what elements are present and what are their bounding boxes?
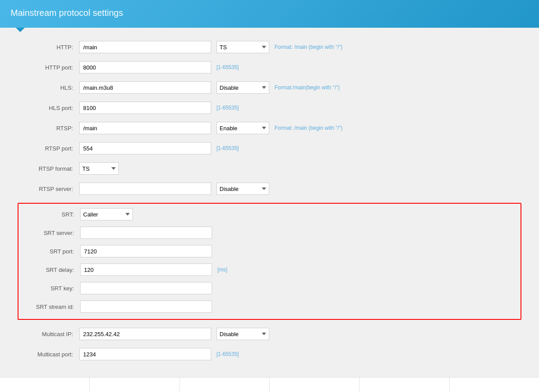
rtsp-port-label: RTSP port: bbox=[18, 145, 79, 152]
hls-port-input[interactable] bbox=[79, 102, 211, 114]
http-port-hint: [1-65535] bbox=[216, 64, 239, 70]
srt-server-row: SRT server: bbox=[18, 227, 521, 239]
http-input[interactable] bbox=[79, 41, 211, 53]
rtsp-status-select[interactable]: Enable Disable bbox=[216, 122, 269, 134]
srt-delay-label: SRT delay: bbox=[18, 267, 80, 273]
main-content: HTTP: TS PS ES H264 Format: /main (begin… bbox=[0, 28, 539, 377]
srt-key-row: SRT key: bbox=[18, 282, 521, 294]
hls-port-hint: [1-65535] bbox=[216, 105, 239, 111]
srt-mode-select[interactable]: Caller Listener bbox=[80, 208, 133, 220]
nav-system[interactable]: System bbox=[450, 377, 539, 392]
page-wrapper: Mainstream protocol settings HTTP: TS PS… bbox=[0, 0, 539, 392]
rtsp-port-row: RTSP port: [1-65535] bbox=[18, 142, 521, 154]
http-hint: Format: /main (begin with "/") bbox=[275, 44, 343, 50]
srt-server-label: SRT server: bbox=[18, 230, 80, 236]
srt-delay-input[interactable] bbox=[80, 264, 212, 276]
hls-format-select[interactable]: Disable Enable bbox=[216, 81, 269, 94]
srt-port-label: SRT port: bbox=[18, 248, 80, 255]
srt-port-input[interactable] bbox=[80, 245, 212, 257]
multicast-ip-input[interactable] bbox=[79, 328, 211, 340]
http-label: HTTP: bbox=[18, 44, 79, 51]
multicast-port-input[interactable] bbox=[79, 348, 211, 360]
rtsp-server-row: RTSP server: Disable Enable bbox=[18, 183, 521, 195]
hls-port-label: HLS port: bbox=[18, 105, 79, 111]
multicast-ip-row: Multicast IP: Disable Enable bbox=[18, 328, 521, 340]
nav-status[interactable]: Status bbox=[0, 377, 90, 392]
nav-second-stream[interactable]: Second stream bbox=[270, 377, 359, 392]
http-row: HTTP: TS PS ES H264 Format: /main (begin… bbox=[18, 41, 521, 53]
srt-row: SRT: Caller Listener bbox=[18, 208, 521, 220]
hls-hint: Format:/main(begin with "/") bbox=[275, 84, 340, 91]
srt-key-input[interactable] bbox=[80, 282, 212, 294]
rtsp-format-label: RTSP format: bbox=[18, 165, 79, 172]
rtsp-server-input[interactable] bbox=[79, 183, 211, 195]
bottom-nav: Status Network Main stream Second stream… bbox=[0, 377, 539, 392]
header-triangle bbox=[16, 28, 25, 32]
srt-port-row: SRT port: bbox=[18, 245, 521, 257]
http-port-input[interactable] bbox=[79, 61, 211, 73]
srt-delay-row: SRT delay: [ms] bbox=[18, 264, 521, 276]
srt-section: SRT: Caller Listener SRT server: SRT por… bbox=[18, 203, 521, 320]
nav-main-stream[interactable]: Main stream bbox=[180, 377, 270, 392]
srt-stream-id-input[interactable] bbox=[80, 300, 212, 313]
scroll-area: HTTP: TS PS ES H264 Format: /main (begin… bbox=[0, 28, 539, 377]
rtsp-server-select[interactable]: Disable Enable bbox=[216, 183, 269, 195]
rtsp-server-label: RTSP server: bbox=[18, 186, 79, 192]
rtsp-input[interactable] bbox=[79, 122, 211, 134]
multicast-port-row: Multicast port: [1-65535] bbox=[18, 348, 521, 360]
multicast-ip-label: Multicast IP: bbox=[18, 331, 79, 337]
multicast-port-hint: [1-65535] bbox=[216, 351, 239, 357]
rtsp-format-row: RTSP format: TS PS bbox=[18, 162, 521, 175]
header: Mainstream protocol settings bbox=[0, 0, 539, 28]
srt-stream-id-label: SRT stream id: bbox=[18, 304, 80, 310]
multicast-port-label: Multicast port: bbox=[18, 351, 79, 358]
hls-port-row: HLS port: [1-65535] bbox=[18, 102, 521, 114]
hls-label: HLS: bbox=[18, 84, 79, 91]
srt-label: SRT: bbox=[18, 211, 80, 218]
http-port-label: HTTP port: bbox=[18, 64, 79, 71]
rtsp-hint: Format: /main (begin with "/") bbox=[275, 125, 343, 131]
page-title: Mainstream protocol settings bbox=[11, 8, 528, 18]
nav-audio[interactable]: Audio bbox=[359, 377, 449, 392]
rtsp-port-input[interactable] bbox=[79, 142, 211, 154]
srt-key-label: SRT key: bbox=[18, 285, 80, 292]
srt-stream-id-row: SRT stream id: bbox=[18, 300, 521, 313]
srt-delay-hint: [ms] bbox=[217, 267, 227, 273]
http-port-row: HTTP port: [1-65535] bbox=[18, 61, 521, 73]
nav-network[interactable]: Network bbox=[90, 377, 180, 392]
srt-server-input[interactable] bbox=[80, 227, 212, 239]
http-format-select[interactable]: TS PS ES H264 bbox=[216, 41, 269, 53]
rtsp-label: RTSP: bbox=[18, 125, 79, 132]
rtsp-format-select[interactable]: TS PS bbox=[79, 162, 119, 175]
rtsp-port-hint: [1-65535] bbox=[216, 145, 239, 151]
hls-input[interactable] bbox=[79, 81, 211, 94]
multicast-ip-select[interactable]: Disable Enable bbox=[216, 328, 269, 340]
hls-row: HLS: Disable Enable Format:/main(begin w… bbox=[18, 81, 521, 94]
rtsp-row: RTSP: Enable Disable Format: /main (begi… bbox=[18, 122, 521, 134]
